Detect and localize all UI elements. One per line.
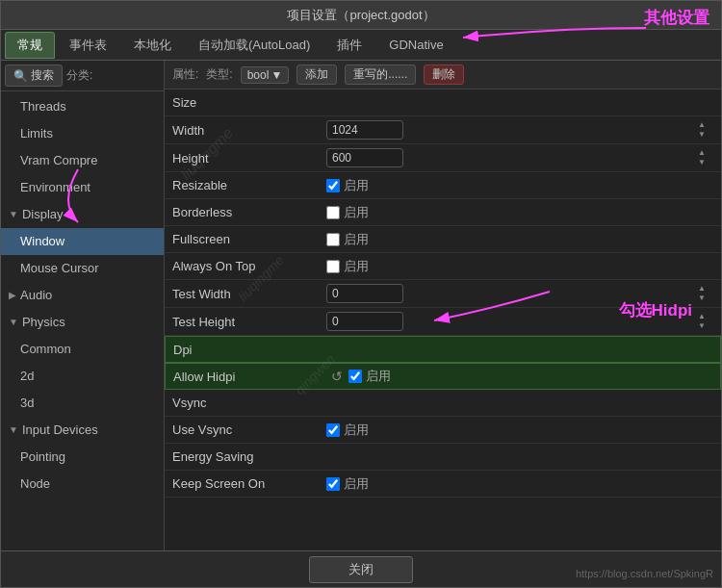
main-panel: 属性: 类型: bool ▼ 添加 重写的...... 删除 Size W [165, 61, 721, 550]
borderless-enabled-label: 启用 [344, 204, 369, 221]
sidebar-group-audio[interactable]: ▶ Audio [1, 282, 164, 309]
width-spinner[interactable]: ▲ ▼ [698, 120, 706, 140]
keep-screen-on-checkbox[interactable] [326, 477, 340, 491]
height-input[interactable] [326, 148, 403, 167]
prop-value-always-on-top: 启用 [319, 254, 721, 279]
prop-name-resizable: Resizable [165, 174, 319, 196]
prop-name-use-vsync: Use Vsync [165, 419, 319, 441]
test-width-input[interactable] [326, 284, 403, 303]
tab-events[interactable]: 事件表 [57, 32, 119, 59]
sidebar-group-physics[interactable]: ▼ Physics [1, 309, 164, 336]
close-button[interactable]: 关闭 [309, 556, 413, 583]
height-spinner[interactable]: ▲ ▼ [698, 148, 706, 167]
test-width-spinner[interactable]: ▲ ▼ [698, 284, 706, 303]
fullscreen-checkbox[interactable] [326, 233, 340, 246]
delete-button[interactable]: 删除 [424, 64, 464, 85]
up-arrow-icon[interactable]: ▲ [698, 120, 706, 130]
prop-name-dpi: Dpi [166, 339, 320, 361]
prop-value-fullscreen: 启用 [319, 227, 721, 252]
sidebar-item-2d[interactable]: 2d [1, 363, 164, 390]
dropdown-arrow-icon: ▼ [271, 68, 282, 82]
prop-row-test-height: Test Height ▲ ▼ [165, 308, 721, 336]
down-arrow-tw[interactable]: ▼ [698, 294, 706, 303]
sidebar: 🔍 搜索 分类: Threads Limits Vram Compre Envi… [1, 61, 165, 550]
prop-row-size: Size [165, 89, 721, 116]
sidebar-item-pointing[interactable]: Pointing [1, 444, 164, 471]
prop-name-height: Height [165, 147, 319, 169]
prop-row-resizable: Resizable 启用 [165, 172, 721, 199]
up-arrow-tw[interactable]: ▲ [698, 284, 706, 294]
tab-autoload[interactable]: 自动加载(AutoLoad) [186, 32, 322, 59]
down-arrow-icon[interactable]: ▼ [698, 130, 706, 140]
title-bar: 项目设置（project.godot） [1, 1, 721, 30]
prop-row-use-vsync: Use Vsync 启用 [165, 417, 721, 444]
test-height-input[interactable] [326, 312, 403, 331]
chevron-right-icon: ▶ [9, 286, 16, 305]
resizable-checkbox-area: 启用 [326, 177, 369, 194]
down-arrow-icon-h[interactable]: ▼ [698, 158, 706, 167]
prop-row-dpi: Dpi [165, 336, 721, 363]
prop-row-borderless: Borderless 启用 [165, 199, 721, 226]
type-selector[interactable]: bool ▼ [241, 66, 290, 84]
prop-name-allow-hidpi: Allow Hidpi [166, 366, 320, 388]
prop-value-width: ▲ ▼ [319, 116, 721, 143]
sidebar-item-vram[interactable]: Vram Compre [1, 147, 164, 174]
prop-name-keep-screen-on: Keep Screen On [165, 473, 319, 495]
tab-plugins[interactable]: 插件 [324, 32, 374, 59]
sidebar-item-common[interactable]: Common [1, 336, 164, 363]
prop-row-vsync: Vsync [165, 390, 721, 417]
up-arrow-icon-h[interactable]: ▲ [698, 148, 706, 158]
prop-value-dpi [320, 345, 720, 353]
sidebar-item-mouse-cursor[interactable]: Mouse Cursor [1, 255, 164, 282]
up-arrow-th[interactable]: ▲ [698, 312, 706, 321]
prop-row-fullscreen: Fullscreen 启用 [165, 226, 721, 253]
prop-row-allow-hidpi: Allow Hidpi ↺ 启用 [165, 363, 721, 390]
prop-row-height: Height ▲ ▼ [165, 144, 721, 172]
sidebar-item-environment[interactable]: Environment [1, 174, 164, 201]
resizable-checkbox[interactable] [326, 179, 340, 192]
always-on-top-checkbox[interactable] [326, 260, 340, 273]
sidebar-group-input[interactable]: ▼ Input Devices [1, 417, 164, 444]
prop-name-size: Size [165, 91, 319, 114]
prop-value-borderless: 启用 [319, 200, 721, 225]
width-input[interactable] [326, 120, 403, 140]
audio-group-label: Audio [20, 286, 52, 305]
sidebar-item-threads[interactable]: Threads [1, 93, 164, 120]
window-title: 项目设置（project.godot） [287, 7, 434, 24]
reset-icon[interactable]: ↺ [331, 369, 343, 384]
prop-value-energy-saving [319, 453, 721, 461]
tab-gdnative[interactable]: GDNative [376, 32, 455, 59]
tab-general[interactable]: 常规 [5, 32, 55, 59]
prop-row-keep-screen-on: Keep Screen On 启用 [165, 471, 721, 498]
search-icon: 🔍 [13, 69, 28, 83]
prop-name-fullscreen: Fullscreen [165, 228, 319, 250]
chevron-down-icon-physics: ▼ [9, 313, 18, 332]
prop-row-width: Width ▲ ▼ [165, 116, 721, 144]
borderless-checkbox[interactable] [326, 206, 340, 219]
main-window: 项目设置（project.godot） 常规 事件表 本地化 自动加载(Auto… [0, 0, 722, 588]
add-button[interactable]: 添加 [297, 64, 337, 85]
down-arrow-th[interactable]: ▼ [698, 321, 706, 331]
test-height-spinner[interactable]: ▲ ▼ [698, 312, 706, 331]
always-on-top-enabled-label: 启用 [344, 258, 369, 275]
fullscreen-checkbox-area: 启用 [326, 231, 369, 248]
prop-name-test-height: Test Height [165, 311, 319, 333]
panel-header: 属性: 类型: bool ▼ 添加 重写的...... 删除 [165, 61, 721, 89]
tab-locale[interactable]: 本地化 [121, 32, 184, 59]
content-area: 🔍 搜索 分类: Threads Limits Vram Compre Envi… [1, 61, 721, 550]
category-label: 分类: [66, 67, 92, 84]
type-label: 类型: [206, 66, 232, 83]
prop-row-energy-saving: Energy Saving [165, 444, 721, 471]
chevron-down-icon-input: ▼ [9, 421, 18, 440]
sidebar-item-3d[interactable]: 3d [1, 390, 164, 417]
sidebar-item-node[interactable]: Node [1, 471, 164, 498]
sidebar-group-display[interactable]: ▼ Display [1, 201, 164, 228]
prop-value-test-height: ▲ ▼ [319, 308, 721, 335]
sidebar-item-limits[interactable]: Limits [1, 120, 164, 147]
use-vsync-checkbox[interactable] [326, 423, 340, 437]
search-button[interactable]: 🔍 搜索 [5, 64, 63, 87]
allow-hidpi-checkbox[interactable] [348, 370, 362, 383]
override-button[interactable]: 重写的...... [345, 64, 416, 85]
sidebar-list: Threads Limits Vram Compre Environment ▼… [1, 91, 164, 550]
sidebar-item-window[interactable]: Window [1, 228, 164, 255]
